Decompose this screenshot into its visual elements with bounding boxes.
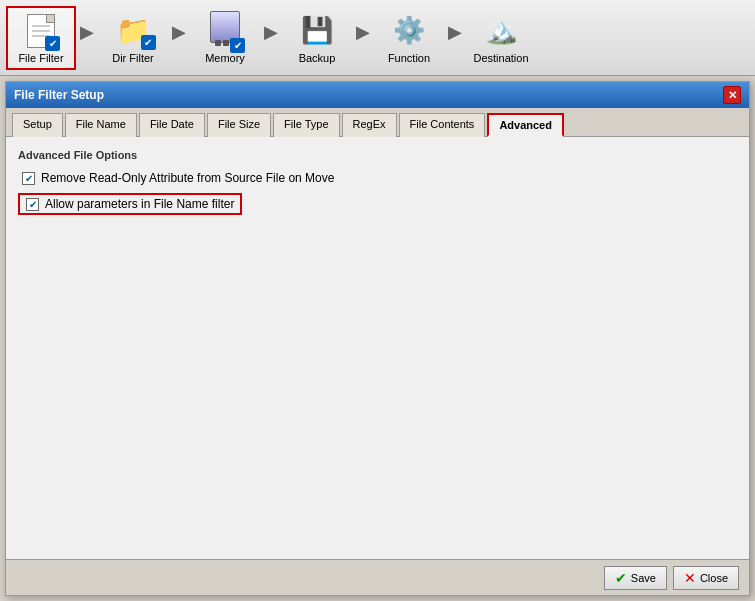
dialog-content: Advanced File Options Remove Read-Only A… — [6, 137, 749, 227]
section-title: Advanced File Options — [18, 149, 737, 161]
checkbox-remove-readonly-label: Remove Read-Only Attribute from Source F… — [41, 171, 334, 185]
close-label: Close — [700, 572, 728, 584]
arrow-5: ▶ — [446, 21, 464, 43]
close-icon: ✕ — [684, 570, 696, 586]
save-icon: ✔ — [615, 570, 627, 586]
tab-file-date[interactable]: File Date — [139, 113, 205, 137]
toolbar: ✔ File Filter ▶ 📁 ✔ Dir Filter ▶ ✔ — [0, 0, 755, 76]
tab-file-name[interactable]: File Name — [65, 113, 137, 137]
function-icon: ⚙️ — [388, 12, 430, 50]
checkbox-row-remove-readonly: Remove Read-Only Attribute from Source F… — [18, 169, 737, 187]
save-label: Save — [631, 572, 656, 584]
memory-label: Memory — [205, 52, 245, 64]
toolbar-btn-function[interactable]: ⚙️ Function — [374, 6, 444, 70]
function-label: Function — [388, 52, 430, 64]
dialog-titlebar: File Filter Setup ✕ — [6, 82, 749, 108]
close-button[interactable]: ✕ Close — [673, 566, 739, 590]
backup-label: Backup — [299, 52, 336, 64]
backup-icon: 💾 — [296, 12, 338, 50]
tab-setup[interactable]: Setup — [12, 113, 63, 137]
file-filter-label: File Filter — [18, 52, 63, 64]
checkbox-allow-params[interactable] — [26, 198, 39, 211]
file-filter-icon: ✔ — [20, 12, 62, 50]
save-button[interactable]: ✔ Save — [604, 566, 667, 590]
destination-icon: 🏔️ — [480, 12, 522, 50]
checkbox-row-allow-params-highlighted: Allow parameters in File Name filter — [18, 193, 242, 215]
toolbar-btn-memory[interactable]: ✔ Memory — [190, 6, 260, 70]
dialog-title: File Filter Setup — [14, 88, 104, 102]
dir-filter-icon: 📁 ✔ — [112, 12, 154, 50]
dialog-close-x-button[interactable]: ✕ — [723, 86, 741, 104]
tabs-bar: Setup File Name File Date File Size File… — [6, 108, 749, 137]
toolbar-btn-file-filter[interactable]: ✔ File Filter — [6, 6, 76, 70]
tab-file-contents[interactable]: File Contents — [399, 113, 486, 137]
arrow-3: ▶ — [262, 21, 280, 43]
arrow-4: ▶ — [354, 21, 372, 43]
dialog-bottom-bar: ✔ Save ✕ Close — [6, 559, 749, 595]
toolbar-btn-backup[interactable]: 💾 Backup — [282, 6, 352, 70]
main-area: File Filter Setup ✕ Setup File Name File… — [0, 76, 755, 601]
arrow-1: ▶ — [78, 21, 96, 43]
tab-file-type[interactable]: File Type — [273, 113, 339, 137]
file-filter-dialog: File Filter Setup ✕ Setup File Name File… — [5, 81, 750, 596]
destination-label: Destination — [473, 52, 528, 64]
tab-file-size[interactable]: File Size — [207, 113, 271, 137]
tab-regex[interactable]: RegEx — [342, 113, 397, 137]
tab-advanced[interactable]: Advanced — [487, 113, 564, 137]
toolbar-btn-destination[interactable]: 🏔️ Destination — [466, 6, 536, 70]
memory-icon: ✔ — [204, 11, 246, 50]
dir-filter-label: Dir Filter — [112, 52, 154, 64]
arrow-2: ▶ — [170, 21, 188, 43]
toolbar-btn-dir-filter[interactable]: 📁 ✔ Dir Filter — [98, 6, 168, 70]
checkbox-remove-readonly[interactable] — [22, 172, 35, 185]
checkbox-allow-params-label: Allow parameters in File Name filter — [45, 197, 234, 211]
